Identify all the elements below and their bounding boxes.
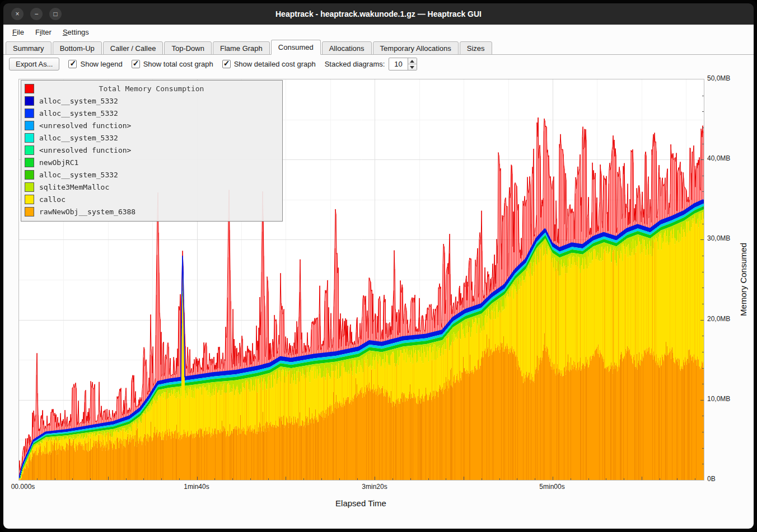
legend-item: rawNewObj__system_6388	[25, 205, 278, 218]
tab-allocations[interactable]: Allocations	[322, 41, 372, 55]
legend-label: newObjRC1	[39, 158, 78, 167]
menubar: File Filter Settings	[3, 25, 754, 39]
checkbox-check-icon	[132, 60, 140, 68]
legend-swatch	[25, 207, 34, 216]
legend-swatch	[25, 121, 34, 130]
tab-temporary-allocations[interactable]: Temporary Allocations	[373, 41, 459, 55]
app-surface: × − □ Heaptrack - heaptrack.wakunode.1.g…	[3, 3, 754, 529]
legend-item: calloc	[25, 193, 278, 205]
show-detailed-cost-graph-checkbox[interactable]: Show detailed cost graph	[222, 60, 316, 68]
maximize-icon: □	[53, 10, 57, 18]
legend-item: alloc__system_5332	[25, 131, 278, 144]
x-axis-title: Elapsed Time	[18, 498, 703, 508]
menu-filter[interactable]: Filter	[31, 27, 56, 37]
show-detailed-cost-graph-label: Show detailed cost graph	[234, 60, 316, 68]
legend-swatch	[25, 133, 34, 143]
chevron-up-icon	[410, 60, 414, 63]
chart-title: Total Memory Consumption	[25, 84, 278, 93]
x-axis-tick-label: 5min00s	[539, 483, 564, 491]
legend-swatch	[25, 96, 34, 106]
spin-down-button[interactable]	[408, 64, 417, 70]
minimize-icon: −	[34, 10, 38, 18]
tab-flame-graph[interactable]: Flame Graph	[213, 41, 270, 55]
stacked-diagrams-spinbox[interactable]: 10	[389, 58, 417, 70]
x-axis-tick-label: 00.000s	[11, 483, 35, 491]
legend-swatch	[25, 145, 34, 155]
export-as-button[interactable]: Export As...	[9, 58, 59, 70]
chevron-down-icon	[410, 66, 414, 69]
legend-label: rawNewObj__system_6388	[39, 208, 135, 216]
legend-label: sqlite3MemMalloc	[39, 183, 109, 191]
checkbox-check-icon	[68, 60, 77, 68]
legend-title-row: Total Memory Consumption	[25, 82, 278, 95]
legend-item: alloc__system_5332	[25, 107, 278, 119]
y-axis-title-wrap: Memory Consumed	[736, 79, 750, 479]
spin-up-button[interactable]	[408, 58, 417, 64]
close-icon: ×	[15, 10, 19, 18]
spinbox-buttons	[408, 58, 417, 70]
legend-item: <unresolved function>	[25, 119, 278, 131]
minimize-button[interactable]: −	[30, 8, 43, 20]
legend-swatch	[25, 109, 34, 118]
legend-label: alloc__system_5332	[39, 97, 118, 105]
legend-label: alloc__system_5332	[39, 134, 118, 142]
y-axis-title: Memory Consumed	[739, 243, 748, 316]
menu-settings[interactable]: Settings	[58, 27, 94, 37]
tab-sizes[interactable]: Sizes	[460, 41, 492, 55]
legend-swatch	[25, 182, 34, 192]
window-title: Heaptrack - heaptrack.wakunode.1.gz — He…	[3, 3, 754, 25]
titlebar: × − □ Heaptrack - heaptrack.wakunode.1.g…	[3, 3, 754, 25]
legend-label: alloc__system_5332	[39, 171, 118, 179]
show-total-cost-graph-checkbox[interactable]: Show total cost graph	[132, 60, 213, 68]
legend-item: <unresolved function>	[25, 144, 278, 156]
tabbar: Summary Bottom-Up Caller / Callee Top-Do…	[3, 39, 754, 55]
toolbar: Export As... Show legend Show total cost…	[3, 55, 754, 73]
x-axis-tick-label: 3min20s	[362, 483, 387, 491]
spinbox-value: 10	[389, 58, 407, 70]
legend-label: <unresolved function>	[39, 146, 131, 154]
stacked-diagrams-label: Stacked diagrams:	[325, 60, 385, 68]
legend-label: <unresolved function>	[39, 121, 131, 130]
legend-item: newObjRC1	[25, 156, 278, 168]
maximize-button[interactable]: □	[49, 8, 62, 20]
tab-summary[interactable]: Summary	[6, 41, 52, 55]
legend-item: alloc__system_5332	[25, 95, 278, 107]
legend-swatch	[25, 170, 34, 180]
legend-label: calloc	[39, 195, 66, 204]
tab-consumed[interactable]: Consumed	[271, 40, 321, 55]
tab-bottom-up[interactable]: Bottom-Up	[53, 41, 102, 55]
checkbox-check-icon	[222, 60, 231, 68]
chart-legend: Total Memory Consumption alloc__system_5…	[21, 80, 283, 222]
application-window: × − □ Heaptrack - heaptrack.wakunode.1.g…	[0, 0, 757, 532]
legend-item: alloc__system_5332	[25, 168, 278, 181]
legend-swatch	[25, 158, 34, 167]
chart-area: Total Memory Consumption alloc__system_5…	[3, 73, 754, 529]
legend-label: alloc__system_5332	[39, 109, 118, 117]
x-axis-tick-label: 1min40s	[184, 483, 209, 491]
show-legend-label: Show legend	[80, 60, 122, 68]
menu-file[interactable]: File	[8, 27, 29, 37]
tab-top-down[interactable]: Top-Down	[164, 41, 212, 55]
stacked-diagrams-group: Stacked diagrams: 10	[325, 58, 417, 70]
close-button[interactable]: ×	[11, 8, 24, 20]
window-controls: × − □	[11, 8, 62, 20]
show-total-cost-graph-label: Show total cost graph	[143, 60, 213, 68]
show-legend-checkbox[interactable]: Show legend	[68, 60, 122, 68]
legend-swatch	[25, 195, 34, 204]
legend-item: sqlite3MemMalloc	[25, 181, 278, 193]
tab-caller-callee[interactable]: Caller / Callee	[103, 41, 163, 55]
